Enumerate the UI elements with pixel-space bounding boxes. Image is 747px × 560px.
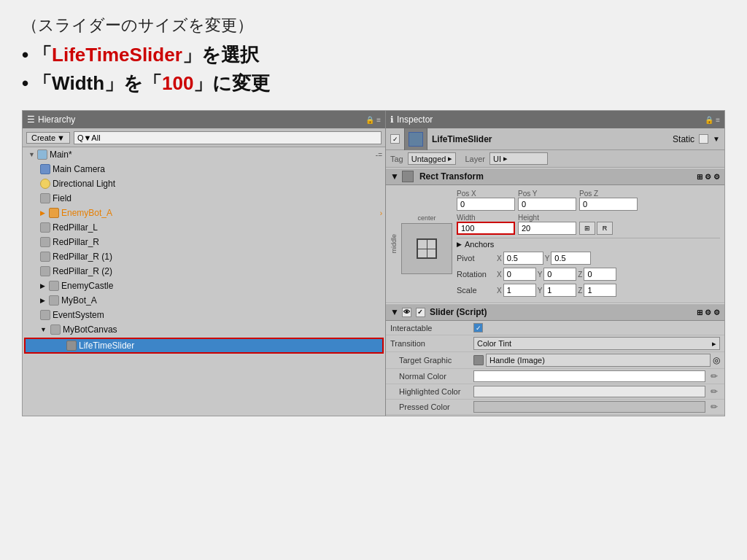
tree-item-redpillar-r1[interactable]: RedPillar_R (1)	[23, 249, 385, 264]
target-graphic-field[interactable]: Handle (Image)	[486, 354, 711, 367]
pos-z-input[interactable]	[579, 198, 638, 211]
slider-icon3[interactable]: ⚙	[713, 308, 720, 316]
slider-script-tools: ⊞ ⚙ ⚙	[697, 308, 720, 316]
interactable-checkbox[interactable]	[473, 323, 483, 332]
tree-item-mybotcanvas[interactable]: ▼ MyBotCanvas	[23, 322, 385, 337]
object-name-field: LifeTimeSlider	[432, 134, 668, 144]
create-button[interactable]: Create ▼	[26, 132, 70, 144]
tree-item-eventsystem[interactable]: EventSystem	[23, 308, 385, 322]
menu-icon[interactable]: ≡	[376, 116, 381, 124]
rot-y-input[interactable]	[543, 268, 576, 281]
scale-z-input[interactable]	[584, 284, 616, 297]
inspector-panel: ℹ Inspector 🔒 ≡ ✓ LifeTimeSlider Static …	[386, 111, 724, 416]
pressed-color-pencil[interactable]: ✏	[708, 402, 720, 412]
search-input[interactable]	[74, 131, 382, 144]
normal-color-swatch[interactable]	[473, 370, 705, 382]
tree-item-redpillar-l[interactable]: RedPillar_L	[23, 220, 385, 235]
tree-item-directional-light[interactable]: Directional Light	[23, 176, 385, 191]
tree-item-field[interactable]: Field	[23, 191, 385, 206]
tree-label-mybotcanvas: MyBotCanvas	[63, 324, 117, 335]
rect-icon2[interactable]: ⚙	[705, 173, 711, 181]
pos-x-input[interactable]	[457, 198, 515, 211]
pivot-x-input[interactable]	[503, 252, 543, 265]
inspector-menu-icon[interactable]: ≡	[716, 116, 720, 124]
create-label: Create	[31, 133, 55, 142]
tag-dropdown[interactable]: Untagged ▸	[408, 152, 457, 165]
tree-item-lifetimeslider[interactable]: LifeTimeSlider	[24, 338, 384, 354]
hierarchy-panel: ☰ Hierarchy 🔒 ≡ Create ▼ ▼ Main* -=	[23, 111, 386, 416]
layer-label: Layer	[465, 155, 485, 163]
arrow-mybot-a: ▶	[40, 297, 45, 304]
object-name-row: ✓ LifeTimeSlider Static ▼	[386, 128, 724, 150]
target-graphic-label: Target Graphic	[390, 356, 471, 365]
lock-icon[interactable]: 🔒	[365, 116, 374, 124]
tree-item-redpillar-r[interactable]: RedPillar_R	[23, 235, 385, 249]
tree-item-redpillar-r2[interactable]: RedPillar_R (2)	[23, 264, 385, 279]
pressed-color-swatch[interactable]	[473, 401, 705, 413]
rot-x-input[interactable]	[503, 268, 536, 281]
height-input[interactable]	[518, 222, 576, 235]
pivot-label: Pivot	[457, 254, 497, 262]
rect-icon3[interactable]: ⚙	[713, 173, 720, 181]
arrow-enemybot: ▶	[40, 209, 45, 217]
wh-row: Width Height ⊞ R	[457, 214, 720, 235]
pos-y-group: Pos Y	[518, 190, 576, 211]
slider-icon-lifetimeslider	[66, 341, 77, 351]
hierarchy-icon: ☰	[27, 114, 35, 125]
tree-item-enemycastle[interactable]: ▶ EnemyCastle	[23, 279, 385, 293]
pos-y-label: Pos Y	[518, 190, 576, 198]
scale-x-input[interactable]	[503, 284, 536, 297]
slider-icon1[interactable]: ⊞	[697, 308, 703, 316]
cube-icon-enemybot	[49, 208, 59, 218]
interactable-row: Interactable	[386, 321, 724, 335]
highlighted-color-row: Highlighted Color ✏	[386, 384, 724, 400]
inspector-info-icon: ℹ	[390, 114, 394, 125]
pivot-y-label: Y	[545, 254, 550, 262]
main-panels: ☰ Hierarchy 🔒 ≡ Create ▼ ▼ Main* -=	[22, 110, 725, 416]
target-graphic-value-area: Handle (Image) ◎	[473, 354, 720, 367]
static-checkbox[interactable]	[699, 134, 708, 144]
layer-dropdown[interactable]: UI ▸	[489, 152, 548, 165]
pos-y-input[interactable]	[518, 198, 576, 211]
create-arrow: ▼	[57, 133, 65, 142]
highlighted-color-pencil[interactable]: ✏	[708, 386, 720, 397]
hierarchy-header: ☰ Hierarchy 🔒 ≡	[23, 111, 385, 128]
tree-label-eventsystem: EventSystem	[53, 310, 104, 320]
slider-active-checkbox[interactable]: ✓	[416, 308, 425, 317]
tree-item-enemybot-a[interactable]: ▶ EnemyBot_A ›	[23, 206, 385, 220]
object-thumbnail	[404, 128, 427, 151]
target-graphic-circle[interactable]: ◎	[713, 355, 720, 365]
width-input[interactable]	[457, 222, 515, 235]
hierarchy-header-icons: 🔒 ≡	[365, 116, 381, 124]
arrow-right-enemybot: ›	[380, 209, 382, 217]
scale-y-input[interactable]	[543, 284, 576, 297]
highlighted-color-swatch[interactable]	[473, 386, 705, 397]
inspector-lock-icon[interactable]: 🔒	[705, 116, 713, 124]
transition-dropdown[interactable]: Color Tint ▸	[473, 337, 720, 350]
normal-color-label: Normal Color	[390, 372, 471, 381]
tree-item-main[interactable]: ▼ Main* -=	[23, 147, 385, 162]
arrow-enemycastle: ▶	[40, 282, 45, 289]
rect-collapse-arrow[interactable]: ▼	[390, 171, 399, 182]
normal-color-pencil[interactable]: ✏	[708, 371, 720, 381]
tree-item-mybot-a[interactable]: ▶ MyBot_A	[23, 293, 385, 308]
pos-x-group: Pos X	[457, 190, 515, 211]
object-active-checkbox[interactable]: ✓	[390, 134, 400, 144]
slider-collapse-arrow[interactable]: ▼	[390, 307, 399, 317]
interactable-label: Interactable	[390, 324, 471, 332]
slider-eye-icon[interactable]: 👁	[402, 308, 411, 317]
inspector-title: Inspector	[397, 114, 433, 125]
rt-visual-area: middle center	[390, 190, 452, 298]
tag-layer-row: Tag Untagged ▸ Layer UI ▸	[386, 150, 724, 168]
reset-button[interactable]: R	[597, 222, 613, 235]
rot-y-label: Y	[538, 271, 543, 279]
anchors-arrow[interactable]: ▶	[457, 241, 462, 248]
constrain-button[interactable]: ⊞	[579, 222, 595, 235]
slider-icon2[interactable]: ⚙	[705, 308, 711, 316]
rect-icon1[interactable]: ⊞	[697, 173, 703, 181]
tree-item-main-camera[interactable]: Main Camera	[23, 162, 385, 176]
static-dropdown-arrow[interactable]: ▼	[713, 135, 720, 143]
pivot-y-input[interactable]	[551, 252, 591, 265]
rot-z-input[interactable]	[584, 268, 616, 281]
cube-icon-redpillar-r	[40, 237, 50, 247]
